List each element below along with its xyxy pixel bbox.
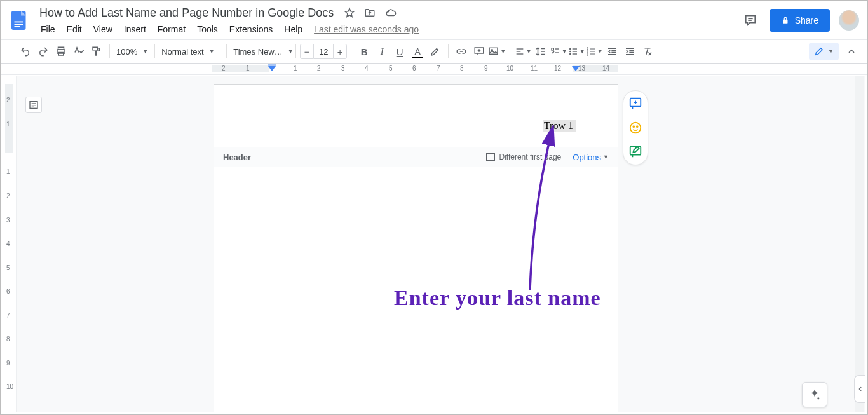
header-options-dropdown[interactable]: Options ▼ xyxy=(573,153,609,162)
underline-button[interactable]: U xyxy=(391,43,409,60)
caret-down-icon: ▼ xyxy=(500,48,506,55)
font-size-input[interactable] xyxy=(314,44,333,59)
ruler-num: 4 xyxy=(365,65,369,72)
italic-button[interactable]: I xyxy=(373,43,391,60)
cloud-status-icon[interactable] xyxy=(384,7,397,18)
add-emoji-reaction-icon[interactable] xyxy=(628,120,643,135)
document-title[interactable]: How to Add Last Name and Page Number in … xyxy=(36,5,337,21)
menu-format[interactable]: Format xyxy=(153,22,191,37)
bold-button[interactable]: B xyxy=(355,43,373,60)
print-button[interactable] xyxy=(52,43,70,60)
menu-help[interactable]: Help xyxy=(279,22,308,37)
paint-format-button[interactable] xyxy=(88,43,105,60)
svg-rect-13 xyxy=(489,48,498,54)
highlight-button[interactable] xyxy=(426,43,444,60)
account-avatar[interactable] xyxy=(839,10,859,31)
move-icon[interactable] xyxy=(364,7,376,18)
menu-bar: File Edit View Insert Format Tools Exten… xyxy=(36,22,740,37)
svg-point-60 xyxy=(817,397,819,399)
caret-down-icon: ▼ xyxy=(209,48,215,55)
svg-rect-47 xyxy=(268,64,276,66)
numbered-list-button[interactable]: 123▼ xyxy=(585,43,603,60)
ruler-num: 11 xyxy=(531,65,538,72)
svg-rect-29 xyxy=(572,53,576,54)
bulleted-list-button[interactable]: ▼ xyxy=(567,43,585,60)
menu-view[interactable]: View xyxy=(88,22,118,37)
caret-down-icon: ▼ xyxy=(603,154,609,160)
svg-rect-3 xyxy=(15,26,20,27)
explore-button[interactable] xyxy=(802,382,827,407)
caret-down-icon: ▼ xyxy=(828,48,834,55)
svg-point-57 xyxy=(633,126,634,127)
spellcheck-button[interactable] xyxy=(70,43,88,60)
svg-text:3: 3 xyxy=(587,53,588,57)
decrease-indent-button[interactable] xyxy=(603,43,621,60)
caret-down-icon: ▼ xyxy=(526,48,532,55)
share-button[interactable]: Share xyxy=(770,9,830,32)
last-edit-link[interactable]: Last edit was seconds ago xyxy=(314,24,419,34)
menu-edit[interactable]: Edit xyxy=(62,22,87,37)
vertical-ruler[interactable]: 2 1 1 2 3 4 5 6 7 8 9 10 xyxy=(3,76,17,412)
checkbox-icon xyxy=(486,153,495,161)
header-page-number[interactable]: Trow 1 xyxy=(543,120,576,132)
svg-point-56 xyxy=(630,123,641,133)
workspace: 2 1 1 2 3 4 5 6 7 8 9 10 Trow 1 Header D… xyxy=(3,76,865,412)
checklist-button[interactable]: ▼ xyxy=(550,43,567,60)
ruler-num: 10 xyxy=(506,65,513,72)
align-button[interactable]: ▼ xyxy=(514,43,532,60)
editing-mode-button[interactable]: ▼ xyxy=(809,43,839,60)
svg-rect-27 xyxy=(572,48,576,49)
header-label: Header xyxy=(223,153,486,162)
insert-link-button[interactable] xyxy=(452,43,470,60)
zoom-value: 100% xyxy=(116,47,137,57)
font-select[interactable]: Times New…▼ xyxy=(231,47,292,57)
comment-reaction-panel xyxy=(623,90,648,165)
clear-formatting-button[interactable] xyxy=(639,43,656,60)
side-panel-toggle[interactable] xyxy=(854,375,865,403)
open-comments-icon[interactable] xyxy=(740,10,761,31)
text-color-button[interactable]: A xyxy=(409,43,426,60)
different-first-page-checkbox[interactable]: Different first page xyxy=(486,153,561,161)
ruler-num: 1 xyxy=(246,65,250,72)
font-size-decrease[interactable]: − xyxy=(300,44,314,59)
font-size-increase[interactable]: + xyxy=(333,44,347,59)
undo-button[interactable] xyxy=(17,43,34,60)
star-icon[interactable] xyxy=(344,7,355,18)
show-outline-button[interactable] xyxy=(25,97,42,113)
zoom-select[interactable]: 100%▼ xyxy=(114,47,151,57)
ruler-num: 9 xyxy=(484,65,488,72)
menu-extensions[interactable]: Extensions xyxy=(224,22,278,37)
right-indent-marker[interactable] xyxy=(572,64,580,74)
menu-file[interactable]: File xyxy=(36,22,60,37)
menu-tools[interactable]: Tools xyxy=(192,22,223,37)
insert-image-button[interactable]: ▼ xyxy=(488,43,506,60)
ruler-num: 12 xyxy=(554,65,561,72)
svg-rect-1 xyxy=(15,22,24,23)
add-comment-icon[interactable] xyxy=(628,96,643,111)
ruler-num: 5 xyxy=(389,65,393,72)
left-indent-marker[interactable] xyxy=(268,64,276,74)
menu-insert[interactable]: Insert xyxy=(119,22,151,37)
increase-indent-button[interactable] xyxy=(621,43,639,60)
insert-comment-button[interactable] xyxy=(470,43,488,60)
hide-menus-button[interactable] xyxy=(843,43,860,60)
svg-point-26 xyxy=(569,53,571,55)
toolbar: 100%▼ Normal text▼ Times New…▼ − + B I U… xyxy=(1,39,867,64)
suggest-edits-icon[interactable] xyxy=(628,144,643,160)
ruler-num: 14 xyxy=(602,65,609,72)
line-spacing-button[interactable] xyxy=(532,43,550,60)
horizontal-ruler[interactable]: 2 1 1 2 3 4 5 6 7 8 9 10 11 12 13 14 xyxy=(1,64,867,75)
ruler-num: 1 xyxy=(294,65,297,72)
paragraph-style-select[interactable]: Normal text▼ xyxy=(159,47,222,57)
svg-marker-46 xyxy=(268,66,276,71)
document-page[interactable]: Trow 1 Header Different first page Optio… xyxy=(214,84,618,412)
svg-rect-2 xyxy=(15,24,24,25)
svg-rect-28 xyxy=(572,51,576,51)
svg-rect-21 xyxy=(552,48,553,50)
redo-button[interactable] xyxy=(34,43,52,60)
docs-logo[interactable] xyxy=(6,8,32,33)
vertical-scrollbar[interactable] xyxy=(855,76,864,412)
svg-marker-48 xyxy=(572,66,580,71)
style-value: Normal text xyxy=(161,47,203,57)
svg-point-25 xyxy=(569,51,571,53)
